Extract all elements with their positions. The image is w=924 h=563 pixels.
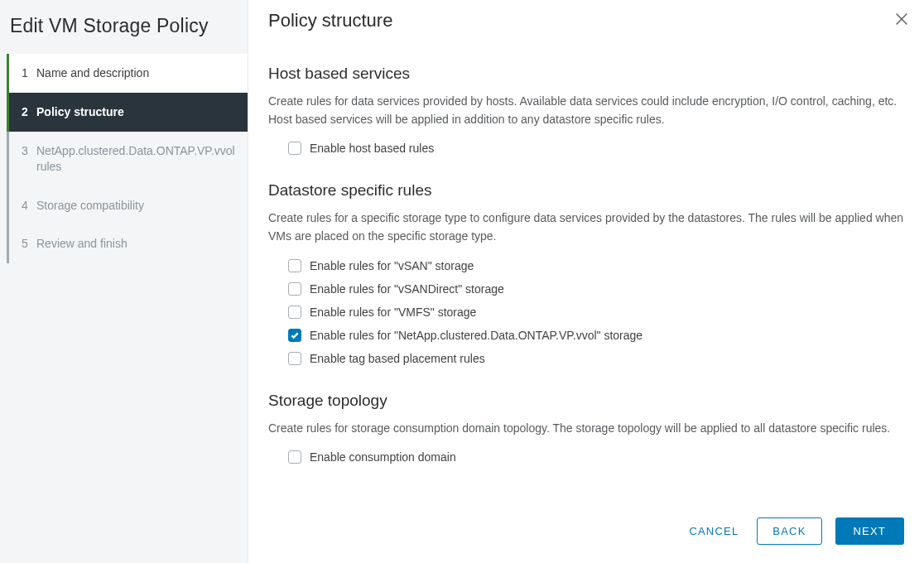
wizard-content: Policy structure Host based services Cre… xyxy=(248,0,924,563)
page-title: Policy structure xyxy=(268,10,904,31)
section-description: Create rules for data services provided … xyxy=(268,93,904,128)
option-label: Enable consumption domain xyxy=(310,450,456,464)
section-options: Enable rules for "vSAN" storage Enable r… xyxy=(268,253,904,370)
wizard-title: Edit VM Storage Policy xyxy=(0,3,248,54)
wizard-nav: Edit VM Storage Policy 1 Name and descri… xyxy=(0,0,248,563)
option-vsan[interactable]: Enable rules for "vSAN" storage xyxy=(288,254,904,277)
section-storage-topology: Storage topology Create rules for storag… xyxy=(268,392,904,469)
wizard-dialog: Edit VM Storage Policy 1 Name and descri… xyxy=(0,0,924,563)
step-label: Review and finish xyxy=(36,236,238,252)
step-number: 1 xyxy=(22,65,36,81)
wizard-steps: 1 Name and description 2 Policy structur… xyxy=(7,54,248,263)
option-label: Enable host based rules xyxy=(310,142,434,155)
step-vvol-rules[interactable]: 3 NetApp.clustered.Data.ONTAP.VP.vvol ru… xyxy=(9,132,248,186)
option-enable-host-rules[interactable]: Enable host based rules xyxy=(288,137,904,160)
option-vsandirect[interactable]: Enable rules for "vSANDirect" storage xyxy=(288,277,904,301)
step-number: 3 xyxy=(22,143,36,159)
step-number: 2 xyxy=(22,104,36,120)
section-heading: Host based services xyxy=(268,65,904,83)
step-name-and-description[interactable]: 1 Name and description xyxy=(9,54,248,93)
step-number: 4 xyxy=(22,198,36,214)
close-button[interactable] xyxy=(893,10,911,28)
option-label: Enable tag based placement rules xyxy=(310,352,485,365)
step-label: Policy structure xyxy=(36,104,238,120)
check-icon xyxy=(290,330,300,340)
checkbox[interactable] xyxy=(288,450,301,464)
checkbox[interactable] xyxy=(288,352,301,365)
section-heading: Datastore specific rules xyxy=(268,181,904,200)
checkbox[interactable] xyxy=(288,329,301,342)
section-options: Enable consumption domain xyxy=(268,444,904,469)
step-policy-structure[interactable]: 2 Policy structure xyxy=(9,93,248,132)
option-label: Enable rules for "VMFS" storage xyxy=(310,306,476,319)
cancel-button[interactable]: CANCEL xyxy=(684,518,744,544)
checkbox[interactable] xyxy=(288,259,301,272)
next-button[interactable]: NEXT xyxy=(835,517,904,545)
section-heading: Storage topology xyxy=(268,392,904,410)
step-label: NetApp.clustered.Data.ONTAP.VP.vvol rule… xyxy=(36,143,238,175)
step-review-and-finish[interactable]: 5 Review and finish xyxy=(9,224,248,263)
option-consumption-domain[interactable]: Enable consumption domain xyxy=(288,445,904,469)
step-number: 5 xyxy=(22,236,36,252)
option-vmfs[interactable]: Enable rules for "VMFS" storage xyxy=(288,301,904,324)
option-label: Enable rules for "vSAN" storage xyxy=(310,259,474,272)
step-label: Name and description xyxy=(36,65,238,81)
section-options: Enable host based rules xyxy=(268,135,904,160)
checkbox[interactable] xyxy=(288,142,301,155)
section-datastore-rules: Datastore specific rules Create rules fo… xyxy=(268,181,904,369)
option-tag-based[interactable]: Enable tag based placement rules xyxy=(288,347,904,370)
section-host-based-services: Host based services Create rules for dat… xyxy=(268,65,904,160)
back-button[interactable]: BACK xyxy=(757,517,821,545)
checkbox[interactable] xyxy=(288,306,301,319)
wizard-footer: CANCEL BACK NEXT xyxy=(268,503,904,563)
option-netapp-vvol[interactable]: Enable rules for "NetApp.clustered.Data.… xyxy=(288,324,904,347)
section-description: Create rules for storage consumption dom… xyxy=(268,420,904,438)
section-description: Create rules for a specific storage type… xyxy=(268,209,904,245)
close-icon xyxy=(893,10,911,28)
step-label: Storage compatibility xyxy=(36,198,238,214)
checkbox[interactable] xyxy=(288,282,301,296)
option-label: Enable rules for "NetApp.clustered.Data.… xyxy=(310,329,642,342)
step-storage-compatibility[interactable]: 4 Storage compatibility xyxy=(9,186,248,225)
option-label: Enable rules for "vSANDirect" storage xyxy=(310,282,504,296)
